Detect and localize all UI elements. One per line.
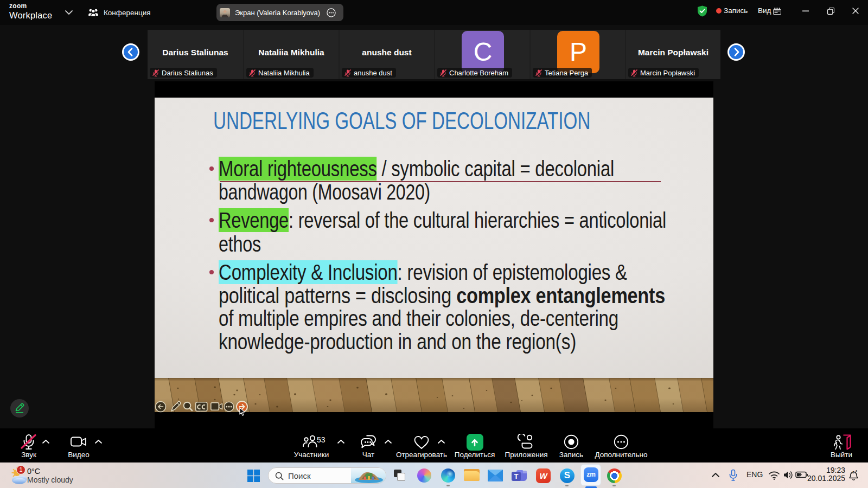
svg-text:z: z (856, 469, 857, 472)
svg-text:z: z (852, 470, 854, 474)
